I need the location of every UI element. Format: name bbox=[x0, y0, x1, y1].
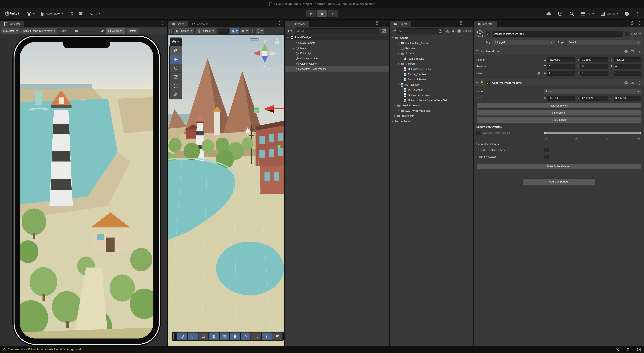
scale-slider-thumb[interactable] bbox=[75, 30, 78, 32]
probe-spacing-slider[interactable] bbox=[544, 132, 641, 134]
filter-by-type-button[interactable] bbox=[444, 28, 450, 34]
project-item[interactable]: InputSystem_Actions bbox=[390, 40, 473, 46]
hierarchy-panel-menu[interactable]: ⋮ bbox=[382, 21, 386, 25]
tab-scene[interactable]: Scene bbox=[168, 21, 188, 28]
presets-icon[interactable] bbox=[631, 49, 634, 53]
lighting-button[interactable] bbox=[230, 332, 240, 340]
foldout-closed-icon[interactable] bbox=[293, 47, 294, 49]
rotation-z-field[interactable]: 0 bbox=[614, 64, 641, 69]
hierarchy-item-global-volume[interactable]: Global Volume bbox=[285, 61, 389, 66]
override-renderer-filters-checkbox[interactable] bbox=[544, 148, 548, 152]
position-y-field[interactable]: 10.1892 bbox=[580, 57, 608, 62]
hierarchy-search-input[interactable]: All bbox=[295, 28, 379, 34]
particles-button[interactable] bbox=[241, 332, 250, 340]
fit-to-all-scenes-button[interactable]: Fit to All Scenes bbox=[476, 103, 641, 108]
scale-tool-button[interactable] bbox=[170, 72, 182, 81]
view-options-button[interactable] bbox=[178, 332, 187, 340]
hierarchy-picker-button[interactable] bbox=[380, 28, 388, 34]
foldout-open-icon[interactable] bbox=[394, 105, 396, 106]
project-item[interactable]: SampleScene bbox=[390, 56, 473, 61]
component-menu[interactable]: ⋮ bbox=[638, 49, 642, 53]
device-screen[interactable] bbox=[20, 42, 154, 338]
search-button[interactable] bbox=[569, 11, 574, 16]
step-button[interactable] bbox=[328, 10, 338, 17]
cloud-button[interactable] bbox=[546, 11, 552, 16]
hierarchy-item-models[interactable]: Models bbox=[285, 46, 389, 51]
ai-menu[interactable]: AI bbox=[88, 11, 101, 16]
tool-context-menu[interactable] bbox=[170, 38, 182, 46]
foldout-open-icon[interactable] bbox=[392, 37, 394, 38]
fit-to-scene-button[interactable]: Fit to Scene bbox=[476, 110, 641, 116]
scale-y-field[interactable]: 1 bbox=[580, 70, 608, 76]
tab-animator[interactable]: Animator bbox=[188, 21, 212, 28]
help-icon[interactable]: ? bbox=[624, 49, 628, 53]
move-tool-button[interactable] bbox=[170, 55, 182, 64]
project-item[interactable]: Mobile_Renderer bbox=[390, 72, 473, 77]
hidden-packages-warning-button[interactable] bbox=[456, 28, 462, 34]
version-control-button[interactable] bbox=[68, 11, 73, 16]
lock-icon[interactable] bbox=[375, 21, 379, 25]
help-button[interactable]: ? bbox=[624, 11, 629, 16]
project-item[interactable]: PC_RPAsset bbox=[390, 87, 473, 92]
scale-z-field[interactable]: 1 bbox=[614, 70, 641, 76]
grid-snap-toggle[interactable]: Y bbox=[230, 28, 239, 34]
foldout-closed-icon[interactable] bbox=[398, 42, 399, 44]
size-x-field[interactable]: 359.6949 bbox=[547, 96, 575, 101]
grid-visibility-button[interactable] bbox=[220, 332, 229, 340]
scale-x-field[interactable]: 1 bbox=[547, 70, 575, 76]
project-item[interactable]: Mobile_RPAsset bbox=[390, 77, 473, 82]
project-item[interactable]: TutorialInfo bbox=[390, 113, 473, 118]
overlay-drag-handle[interactable] bbox=[173, 334, 175, 339]
view-tool-button[interactable] bbox=[170, 46, 182, 55]
package-manager-button[interactable] bbox=[78, 12, 83, 16]
transform-tool-button[interactable] bbox=[170, 90, 182, 99]
foldout-open-icon[interactable] bbox=[476, 82, 478, 84]
layout-menu[interactable]: Layout bbox=[600, 11, 618, 16]
foldout-open-icon[interactable] bbox=[398, 53, 400, 54]
project-panel-menu[interactable]: ⋮ bbox=[466, 21, 470, 25]
layer-dropdown[interactable]: Default bbox=[566, 40, 641, 45]
simulator-viewport[interactable] bbox=[0, 35, 167, 346]
toolbar-drag-handle[interactable] bbox=[251, 29, 253, 33]
fit-to-screen-button[interactable]: Fit to Screen bbox=[106, 28, 125, 34]
undo-history-button[interactable] bbox=[558, 11, 563, 16]
size-z-field[interactable]: 309.6258 bbox=[614, 96, 641, 101]
component-menu[interactable]: ⋮ bbox=[638, 81, 642, 85]
project-item[interactable]: Low Poly Environment bbox=[390, 108, 473, 113]
move-overlay-button[interactable] bbox=[188, 332, 198, 340]
project-search-input[interactable] bbox=[398, 28, 444, 34]
snap-increment-toggle[interactable] bbox=[240, 28, 250, 34]
gameobject-name-field[interactable]: Adaptive Probe Volume bbox=[492, 31, 623, 36]
tag-dropdown[interactable]: Untagged bbox=[492, 40, 555, 45]
tab-project[interactable]: Project bbox=[390, 21, 411, 28]
foldout-open-icon[interactable] bbox=[476, 50, 478, 52]
tab-simulator[interactable]: Simulator bbox=[0, 21, 24, 28]
status-message[interactable]: You can't cancel if there is no cancella… bbox=[8, 348, 81, 351]
project-item[interactable]: UniversalRenderPipelineGlobalSetti bbox=[390, 98, 473, 103]
gameobject-cube-icon[interactable] bbox=[476, 30, 484, 38]
position-z-field[interactable]: 76.61987 bbox=[614, 57, 641, 62]
simulator-panel-menu[interactable]: ⋮ bbox=[161, 21, 165, 25]
help-icon[interactable]: ? bbox=[624, 81, 628, 85]
project-item[interactable]: PC_Renderer bbox=[390, 82, 473, 87]
rect-tool-button[interactable] bbox=[170, 81, 182, 90]
project-item[interactable]: SampleSceneProfile bbox=[390, 92, 473, 98]
scene-header-menu[interactable]: ⋮ bbox=[383, 36, 386, 39]
project-item[interactable]: Settings bbox=[390, 61, 473, 66]
device-dropdown[interactable]: Apple iPhone 12 Pro Max bbox=[21, 28, 58, 34]
hierarchy-add-button[interactable]: + bbox=[286, 29, 294, 33]
project-item[interactable]: Packages bbox=[390, 118, 473, 124]
project-add-button[interactable]: + bbox=[390, 29, 397, 33]
static-dropdown-icon[interactable] bbox=[639, 33, 641, 34]
project-item[interactable]: {}Readme bbox=[390, 46, 473, 51]
gizmos-button[interactable] bbox=[262, 332, 272, 340]
inspector-panel-menu[interactable]: ⋮ bbox=[638, 21, 642, 25]
rotation-y-field[interactable]: 0 bbox=[580, 64, 608, 69]
tab-inspector[interactable]: Inspector bbox=[474, 21, 497, 28]
project-item[interactable]: Skyden_Games bbox=[390, 103, 473, 108]
build-target-menu[interactable]: PC bbox=[580, 11, 594, 16]
lock-icon[interactable] bbox=[459, 21, 463, 25]
cache-server-disabled-button[interactable] bbox=[623, 346, 634, 353]
account-menu[interactable] bbox=[26, 11, 35, 16]
rotate-tool-button[interactable] bbox=[170, 64, 182, 72]
